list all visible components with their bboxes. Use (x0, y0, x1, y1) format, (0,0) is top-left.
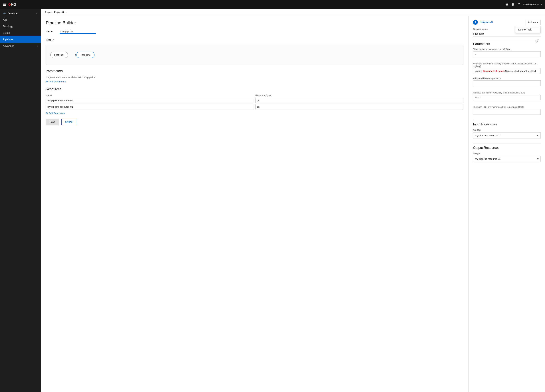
tasks-section-title: Tasks (46, 38, 464, 42)
output-image-label: image (473, 152, 541, 155)
task-badge: T (473, 20, 478, 25)
task-node-first-label: First Task (54, 54, 64, 56)
parameters-empty-text: No parameters are associated with this p… (46, 76, 464, 78)
project-prefix: Project: (45, 11, 53, 14)
sidebar-item-advanced[interactable]: Advanced › (0, 43, 41, 49)
param-3-description: Additional Maven arguments (473, 77, 541, 80)
input-source-group: source my-pipeline-resource-02 my-pipeli… (473, 128, 541, 141)
add-parameters-label: Add Parameters (49, 80, 66, 83)
context-icon: </> (3, 12, 6, 15)
param-4-description: Remove the Maven repository after the ar… (473, 91, 541, 94)
param-2-input-display[interactable]: pretext $(parameter1-name) $(parameter2-… (473, 68, 541, 74)
add-resources-icon: ⊕ (46, 112, 48, 115)
main-content: Project: Project01 ▼ Pipeline Builder Na… (41, 9, 545, 392)
page-title: Pipeline Builder (46, 20, 464, 25)
actions-wrapper: Actions ▼ Delete Task (526, 20, 541, 25)
param-group-3: Additional Maven arguments (473, 77, 541, 88)
task-header: T S2i-java-8 Actions ▼ Delete Task (473, 20, 541, 25)
add-resources-label: Add Resources (49, 112, 65, 115)
user-label: Ned Username (523, 3, 539, 6)
okd-logo: okd (8, 2, 16, 7)
resources-col-name-header: Name (46, 94, 254, 97)
resource-1-type-input[interactable] (255, 98, 464, 103)
resource-1-name-input[interactable] (46, 98, 254, 103)
resources-section: Resources Name Resource Type ⊕ (46, 87, 464, 115)
task-node-one-label: Task One (81, 54, 90, 56)
sidebar-item-pipelines-label: Pipelines (3, 38, 13, 41)
sidebar-item-add-label: Add (3, 18, 7, 21)
sidebar-context-label: Developer (7, 12, 18, 15)
sidebar-item-builds-label: Builds (3, 31, 10, 34)
section-divider-3 (473, 144, 541, 144)
output-image-select[interactable]: my-pipeline-resource-01 my-pipeline-reso… (473, 156, 541, 162)
input-source-select[interactable]: my-pipeline-resource-02 my-pipeline-reso… (473, 133, 541, 139)
right-parameters-title: Parameters (473, 42, 541, 46)
resource-2-name-input[interactable] (46, 104, 254, 109)
param-group-5: The base URL of a mirror used for retrie… (473, 106, 541, 117)
sidebar-item-builds[interactable]: Builds (0, 30, 41, 36)
app-body: </> Developer ▼ Add Topology Builds Pipe… (0, 9, 545, 392)
user-menu[interactable]: Ned Username ▼ (523, 3, 542, 6)
section-divider-2 (473, 120, 541, 120)
input-resources-title: Input Resources (473, 122, 541, 126)
add-parameters-link[interactable]: ⊕ Add Parameters (46, 80, 66, 83)
resources-table-header: Name Resource Type (46, 94, 464, 97)
task-name: S2i-java-8 (480, 21, 524, 24)
param-2-description: Verify the TLS on the registry endpoint … (473, 62, 541, 67)
actions-dropdown-menu: Delete Task (515, 26, 541, 33)
add-icon[interactable]: ⊕ (511, 2, 514, 6)
tasks-canvas: First Task Task One (46, 45, 464, 65)
project-name: Project01 (54, 11, 64, 14)
resource-2-type-input[interactable] (255, 104, 464, 109)
task-node-one[interactable]: Task One (76, 52, 94, 58)
add-resources-link[interactable]: ⊕ Add Resources (46, 112, 65, 115)
param-1-input[interactable] (473, 51, 541, 57)
output-resources-title: Output Resources (473, 146, 541, 150)
logo-kd: kd (11, 2, 16, 7)
param-2-middle: $(parameter2-name) posttext (505, 70, 536, 72)
sidebar-item-advanced-label: Advanced (3, 44, 14, 47)
sidebar-item-add[interactable]: Add (0, 17, 41, 23)
top-navigation: okd ⊞ ⊕ ? Ned Username ▼ (0, 0, 545, 9)
param-group-1: The location of the path to run s2i from (473, 48, 541, 59)
task-node-first[interactable]: First Task (50, 52, 68, 58)
sidebar-item-topology[interactable]: Topology (0, 23, 41, 30)
left-panel: Pipeline Builder Name Tasks First Task (41, 16, 469, 392)
name-field-row: Name (46, 29, 464, 34)
cancel-button[interactable]: Cancel (62, 119, 77, 125)
name-label: Name (46, 30, 57, 33)
resource-row-1 (46, 98, 464, 103)
actions-label: Actions (528, 21, 536, 24)
connector-line (68, 55, 75, 55)
resources-section-title: Resources (46, 87, 464, 91)
param-4-input[interactable] (473, 95, 541, 100)
sidebar-context-arrow: ▼ (36, 12, 38, 14)
save-button[interactable]: Save (46, 119, 59, 125)
sidebar-context-switcher[interactable]: </> Developer ▼ (0, 10, 41, 17)
actions-button[interactable]: Actions ▼ (526, 20, 541, 25)
param-5-input[interactable] (473, 109, 541, 115)
add-parameters-icon: ⊕ (46, 80, 48, 83)
user-dropdown-arrow: ▼ (540, 3, 542, 6)
right-panel: T S2i-java-8 Actions ▼ Delete Task D (469, 16, 545, 392)
param-group-2: Verify the TLS on the registry endpoint … (473, 62, 541, 74)
delete-task-item[interactable]: Delete Task (515, 26, 540, 33)
project-dropdown-arrow[interactable]: ▼ (65, 11, 67, 13)
nav-icons-group: ⊞ ⊕ ? Ned Username ▼ (505, 2, 542, 6)
parameters-section: Parameters No parameters are associated … (46, 69, 464, 83)
param-2-param1: $(parameter1-name) (483, 70, 504, 72)
action-buttons: Save Cancel (46, 119, 464, 125)
help-icon[interactable]: ? (518, 3, 520, 6)
project-bar: Project: Project01 ▼ (41, 9, 545, 16)
param-3-input[interactable] (473, 80, 541, 86)
task-connector (68, 54, 76, 56)
hamburger-menu-icon[interactable] (3, 3, 6, 6)
logo-o: o (8, 2, 11, 7)
sidebar-item-topology-label: Topology (3, 25, 13, 28)
resources-col-type-header: Resource Type (255, 94, 464, 97)
sidebar-item-pipelines[interactable]: Pipelines (0, 36, 41, 43)
grid-icon[interactable]: ⊞ (505, 3, 508, 6)
connector-arrow (75, 54, 76, 56)
sidebar-item-advanced-arrow: › (37, 45, 38, 47)
pipeline-name-input[interactable] (60, 29, 96, 34)
